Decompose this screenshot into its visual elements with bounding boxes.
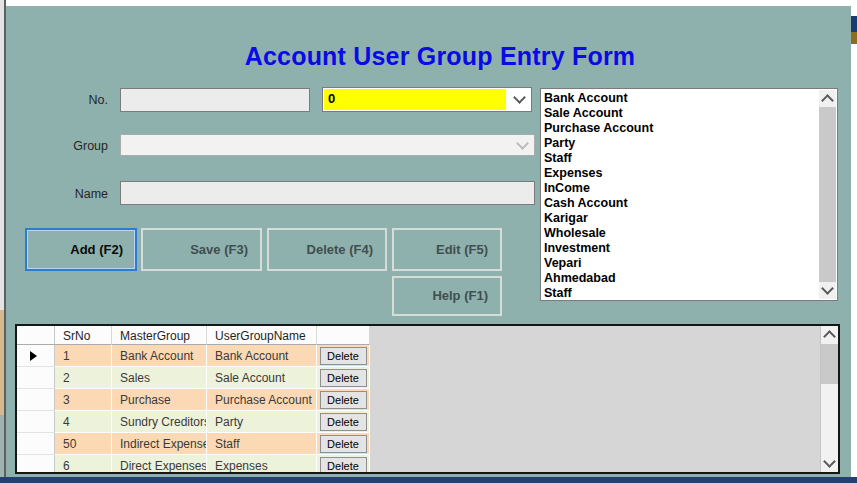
add-button[interactable]: Add (F2) [25,228,137,271]
grid-header-corner [17,326,55,345]
row-delete-button[interactable]: Delete [320,347,367,365]
cell-usergroupname[interactable]: Party [207,411,317,433]
table-row[interactable]: 6 Direct Expenses Expenses Delete [17,455,838,474]
cell-srno[interactable]: 2 [55,367,112,389]
list-item[interactable]: Staff [544,151,817,166]
scroll-up-icon[interactable] [819,90,836,107]
scrollbar-thumb[interactable] [819,107,836,282]
edit-button[interactable]: Edit (F5) [392,228,502,271]
no-combobox[interactable]: 0 [322,87,532,112]
list-item[interactable]: Investment [544,241,817,256]
table-row[interactable]: 3 Purchase Purchase Account Delete [17,389,838,411]
row-header[interactable] [17,411,55,433]
cell-usergroupname[interactable]: Expenses [207,455,317,474]
row-delete-button[interactable]: Delete [320,391,367,409]
chevron-down-icon [516,137,529,150]
grid-header-row: SrNo MasterGroup UserGroupName [17,326,838,345]
group-listbox-items: Bank Account Sale Account Purchase Accou… [544,91,817,300]
cell-srno[interactable]: 50 [55,433,112,455]
list-item[interactable]: Ahmedabad [544,271,817,286]
column-header-delete [317,326,370,345]
cell-srno[interactable]: 1 [55,345,112,367]
list-item[interactable]: Wholesale [544,226,817,241]
cell-usergroupname[interactable]: Sale Account [207,367,317,389]
cell-srno[interactable]: 4 [55,411,112,433]
user-group-grid: SrNo MasterGroup UserGroupName 1 Bank Ac… [15,324,840,474]
group-label: Group [40,139,108,153]
cell-mastergroup[interactable]: Bank Account [112,345,207,367]
table-row[interactable]: 50 Indirect Expenses Staff Delete [17,433,838,455]
row-delete-button[interactable]: Delete [320,413,367,431]
row-delete-button[interactable]: Delete [320,369,367,387]
cell-mastergroup[interactable]: Purchase [112,389,207,411]
scroll-up-icon[interactable] [821,326,838,343]
no-input[interactable] [120,88,310,112]
table-row[interactable]: 4 Sundry Creditors Party Delete [17,411,838,433]
row-header[interactable] [17,345,55,367]
row-header[interactable] [17,455,55,474]
column-header-srno[interactable]: SrNo [55,326,112,345]
group-combobox-dropdown-button[interactable] [510,135,534,155]
table-row[interactable]: 1 Bank Account Bank Account Delete [17,345,838,367]
cell-srno[interactable]: 3 [55,389,112,411]
scroll-down-icon[interactable] [821,455,838,472]
list-item[interactable]: Purchase Account [544,121,817,136]
name-input[interactable] [120,181,535,205]
row-header[interactable] [17,433,55,455]
scrollbar-thumb[interactable] [821,344,838,384]
group-listbox[interactable]: Bank Account Sale Account Purchase Accou… [540,88,838,301]
screen: Account User Group Entry Form No. 0 Bank… [0,0,857,483]
table-row[interactable]: 2 Sales Sale Account Delete [17,367,838,389]
column-header-mastergroup[interactable]: MasterGroup [112,326,207,345]
chevron-down-icon [513,91,526,104]
cell-srno[interactable]: 6 [55,455,112,474]
cell-mastergroup[interactable]: Sales [112,367,207,389]
save-button[interactable]: Save (F3) [141,228,262,271]
listbox-scrollbar[interactable] [819,90,836,299]
list-item[interactable]: Vepari [544,256,817,271]
list-item[interactable]: Expenses [544,166,817,181]
list-item[interactable]: Sale Account [544,106,817,121]
no-combobox-dropdown-button[interactable] [507,88,531,111]
row-delete-button[interactable]: Delete [320,435,367,453]
list-item[interactable]: Karigar [544,211,817,226]
current-row-arrow-icon [30,351,37,361]
cell-usergroupname[interactable]: Bank Account [207,345,317,367]
window-bottom-edge [0,477,857,483]
no-combobox-value: 0 [324,89,506,110]
help-button[interactable]: Help (F1) [392,276,502,316]
delete-button[interactable]: Delete (F4) [267,228,387,271]
group-combobox-value [122,136,509,154]
row-header[interactable] [17,367,55,389]
list-item[interactable]: Staff [544,286,817,300]
row-delete-button[interactable]: Delete [320,457,367,474]
page-title: Account User Group Entry Form [30,42,850,71]
scroll-down-icon[interactable] [819,282,836,299]
background-window-fragment [851,16,857,32]
group-combobox[interactable] [120,134,535,156]
cell-usergroupname[interactable]: Staff [207,433,317,455]
cell-mastergroup[interactable]: Direct Expenses [112,455,207,474]
grid-scrollbar[interactable] [820,326,838,472]
no-label: No. [40,93,108,107]
name-label: Name [40,187,108,201]
cell-mastergroup[interactable]: Indirect Expenses [112,433,207,455]
cell-usergroupname[interactable]: Purchase Account [207,389,317,411]
column-header-usergroupname[interactable]: UserGroupName [207,326,317,345]
list-item[interactable]: Party [544,136,817,151]
cell-mastergroup[interactable]: Sundry Creditors [112,411,207,433]
list-item[interactable]: InCome [544,181,817,196]
row-header[interactable] [17,389,55,411]
list-item[interactable]: Bank Account [544,91,817,106]
list-item[interactable]: Cash Account [544,196,817,211]
background-window-fragment [851,32,857,44]
